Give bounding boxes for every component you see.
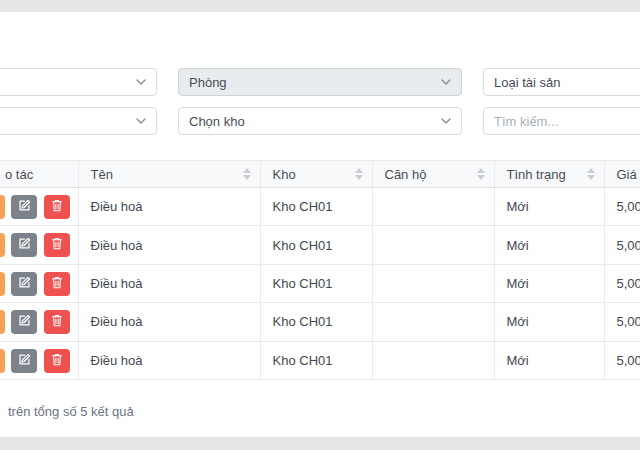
delete-button[interactable]: [44, 272, 70, 296]
hidden-action-button[interactable]: [0, 310, 5, 334]
search-input[interactable]: [494, 108, 640, 134]
edit-button[interactable]: [11, 233, 37, 257]
price-cell: 5,000: [604, 188, 640, 226]
status-cell: Mới: [494, 226, 604, 264]
search-field: [483, 107, 640, 135]
table-row: Điều hoà Kho CH01 Mới 5,000: [0, 341, 640, 379]
status-cell: Mới: [494, 303, 604, 341]
bottom-edge-strip: [0, 437, 640, 450]
edit-pencil-icon: [18, 276, 31, 292]
sort-icon[interactable]: [243, 167, 251, 181]
edit-pencil-icon: [18, 314, 31, 330]
actions-cell: [0, 341, 78, 379]
apartment-cell: [372, 188, 494, 226]
hidden-action-button[interactable]: [0, 349, 5, 373]
sort-icon[interactable]: [587, 167, 595, 181]
edit-button[interactable]: [11, 349, 37, 373]
assets-table: o tác Tên Kho Căn hộ Tình trạng Giá t: [0, 160, 640, 380]
delete-button[interactable]: [44, 195, 70, 219]
select-value: Chọn kho: [189, 114, 245, 129]
delete-button[interactable]: [44, 349, 70, 373]
hidden-action-button[interactable]: [0, 195, 5, 219]
top-edge-strip: [0, 0, 640, 12]
edit-button[interactable]: [11, 195, 37, 219]
apartment-cell: [372, 264, 494, 302]
delete-button[interactable]: [44, 310, 70, 334]
chevron-down-icon: [441, 79, 451, 85]
actions-cell: [0, 188, 78, 226]
asset-type-select[interactable]: Loại tài sản: [483, 68, 640, 96]
apartment-cell: [372, 303, 494, 341]
header-price[interactable]: Giá t: [604, 161, 640, 188]
actions-cell: [0, 303, 78, 341]
warehouse-cell: Kho CH01: [260, 188, 372, 226]
hidden-action-button[interactable]: [0, 233, 5, 257]
actions-cell: [0, 226, 78, 264]
apartment-cell: [372, 226, 494, 264]
header-warehouse[interactable]: Kho: [260, 161, 372, 188]
trash-icon: [51, 353, 63, 369]
sort-icon[interactable]: [477, 167, 485, 181]
edit-button[interactable]: [11, 310, 37, 334]
header-actions: o tác: [0, 161, 78, 188]
table-row: Điều hoà Kho CH01 Mới 5,000: [0, 264, 640, 302]
hidden-action-button[interactable]: [0, 272, 5, 296]
name-cell: Điều hoà: [78, 303, 260, 341]
price-cell: 5,000: [604, 341, 640, 379]
select-value: Phòng: [189, 75, 227, 90]
warehouse-cell: Kho CH01: [260, 226, 372, 264]
header-apartment[interactable]: Căn hộ: [372, 161, 494, 188]
select-value: Loại tài sản: [494, 75, 561, 90]
apartment-cell: [372, 341, 494, 379]
warehouse-select[interactable]: Chọn kho: [178, 107, 462, 135]
table-row: Điều hoà Kho CH01 Mới 5,000: [0, 188, 640, 226]
edit-button[interactable]: [11, 272, 37, 296]
price-cell: 5,000: [604, 303, 640, 341]
warehouse-cell: Kho CH01: [260, 303, 372, 341]
header-name[interactable]: Tên: [78, 161, 260, 188]
results-summary: trên tổng số 5 kết quả: [8, 404, 134, 419]
header-status[interactable]: Tình trạng: [494, 161, 604, 188]
trash-icon: [51, 237, 63, 253]
sort-icon[interactable]: [355, 167, 363, 181]
left-filter-select-top[interactable]: [0, 68, 157, 96]
edit-pencil-icon: [18, 353, 31, 369]
chevron-down-icon: [441, 118, 451, 124]
price-cell: 5,000: [604, 264, 640, 302]
chevron-down-icon: [136, 118, 146, 124]
warehouse-cell: Kho CH01: [260, 341, 372, 379]
table-row: Điều hoà Kho CH01 Mới 5,000: [0, 226, 640, 264]
trash-icon: [51, 314, 63, 330]
price-cell: 5,000: [604, 226, 640, 264]
name-cell: Điều hoà: [78, 188, 260, 226]
edit-pencil-icon: [18, 237, 31, 253]
warehouse-cell: Kho CH01: [260, 264, 372, 302]
page: Phòng Loại tài sản Chọn kho o tác Tên: [0, 0, 640, 450]
delete-button[interactable]: [44, 233, 70, 257]
name-cell: Điều hoà: [78, 226, 260, 264]
room-select[interactable]: Phòng: [178, 68, 462, 96]
table-row: Điều hoà Kho CH01 Mới 5,000: [0, 303, 640, 341]
status-cell: Mới: [494, 341, 604, 379]
name-cell: Điều hoà: [78, 341, 260, 379]
edit-pencil-icon: [18, 199, 31, 215]
status-cell: Mới: [494, 188, 604, 226]
trash-icon: [51, 276, 63, 292]
table-header-row: o tác Tên Kho Căn hộ Tình trạng Giá t: [0, 161, 640, 188]
chevron-down-icon: [136, 79, 146, 85]
left-filter-select-bottom[interactable]: [0, 107, 157, 135]
trash-icon: [51, 199, 63, 215]
name-cell: Điều hoà: [78, 264, 260, 302]
status-cell: Mới: [494, 264, 604, 302]
actions-cell: [0, 264, 78, 302]
